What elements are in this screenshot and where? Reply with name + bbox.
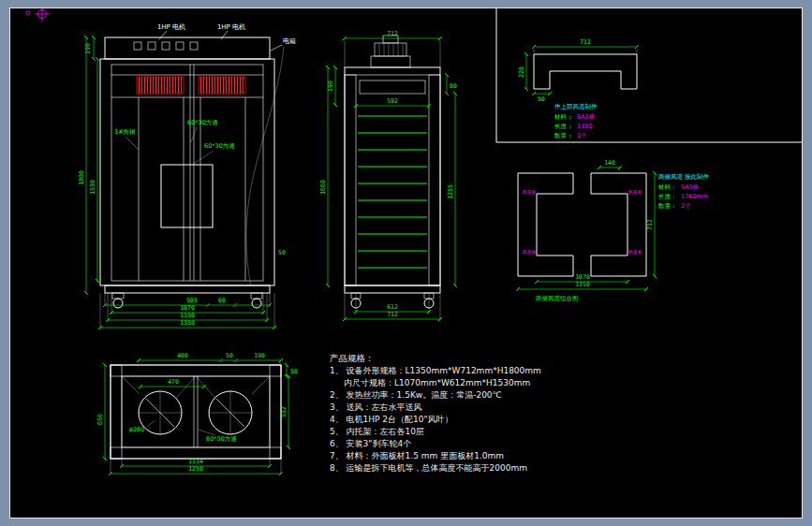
angle-steel-label: 3#角钢 (114, 128, 136, 136)
top-motor (371, 36, 410, 67)
part-label: 风道板 (628, 189, 642, 195)
part-label: 风道板 (628, 249, 642, 255)
dim-inner-height: 1530 (89, 180, 96, 195)
mesh-grille (161, 165, 213, 227)
dim-inner-width: 1070 (180, 304, 195, 312)
spec-line: 2、 发热丝功率：1.5Kw。温度：常温-200℃ (330, 390, 502, 400)
fan-right (209, 391, 252, 434)
dim-top-50-right: 50 (290, 368, 298, 375)
dim-side-gap: 80 (450, 82, 457, 90)
note-material-value: 5A3板 (577, 113, 596, 121)
tube-label: 60*30方通 (206, 435, 237, 443)
cad-drawing: 1HP 电机 1HP 电机 电箱 3#角钢 60* (10, 8, 802, 518)
dim-side-inner-bottom: 612 (387, 303, 398, 311)
spec-line: 5、 内托架：左右各10层 (330, 427, 424, 436)
product-specs: 产品规格： 1、 设备外形规格：L1350mm*W712mm*H1800mm 内… (330, 353, 541, 473)
dim-ducts-inner-width: 1070 (575, 273, 590, 281)
fan-diameter-label: ø260 (129, 426, 144, 433)
spec-line: 3、 送风：左右水平送风 (330, 402, 422, 412)
caster-wheel (252, 299, 261, 308)
note-length-value: 1350 (577, 123, 593, 130)
dim-mid-width: 1150 (180, 312, 195, 319)
note-material-label: 材料： (554, 113, 573, 121)
dim-ducts-gap: 140 (604, 159, 615, 167)
note-title: 作上部风道制作 (554, 103, 598, 110)
dim-side-shelf-zone: 1660 (319, 180, 327, 195)
heater-elements (137, 77, 245, 94)
side-ducts-caption: 两侧风道组合图 (536, 295, 579, 302)
part-label: 风道板 (523, 189, 537, 195)
insulated-wall-right (429, 75, 440, 285)
detail-top-duct: 712 220 90 作上部风道制作 材料： 5A3板 长度： 1350 数量：… (518, 38, 637, 139)
spec-line: 内尺寸规格：L1070mm*W612mm*H1530mm (344, 378, 530, 387)
spec-line: 6、 安装3"刹车轮4个 (330, 439, 411, 448)
dim-ducts-total-width: 1350 (575, 281, 590, 288)
specs-title: 产品规格： (330, 353, 375, 363)
motor-label-left: 1HP 电机 (157, 23, 185, 31)
note-qty-label: 数量： (554, 132, 573, 139)
shelf-rack (358, 116, 427, 268)
note-qty-label: 数量： (657, 202, 677, 210)
dim-base: 50 (278, 249, 286, 256)
dim-total-width: 1350 (180, 319, 195, 327)
part-label: 风道板 (523, 249, 537, 255)
dim-top-400: 400 (177, 352, 188, 359)
detail-side-note: 两侧风道 按此制作 材料： 5A3板 长度： 1760mm 数量： 2个 (657, 173, 710, 210)
tube-label-a: 60*30方通 (187, 119, 218, 126)
fan-left (139, 391, 182, 434)
dim-duct-notch: 90 (538, 95, 545, 103)
osnap-marker-icons (26, 8, 50, 22)
dim-top-532: 532 (280, 406, 288, 417)
dim-top-height: 190 (84, 43, 92, 54)
spec-line: 8、 运输是拆下电机等，总体高度不能高于2000mm (330, 463, 527, 473)
dim-duct-width: 712 (580, 38, 591, 46)
dim-side-total-bottom: 712 (387, 311, 398, 318)
dim-top-190: 190 (254, 352, 265, 359)
note-title: 两侧风道 按此制作 (658, 173, 710, 181)
dim-top-1134: 1134 (188, 458, 203, 465)
detail-side-ducts: 风道板 风道板 风道板 风道板 140 712 1070 1350 两侧风道组合… (518, 159, 710, 302)
note-length-label: 长度： (554, 123, 573, 130)
dim-side-inner-width: 592 (387, 97, 398, 105)
side-view: 712 592 (319, 30, 457, 320)
caster-wheel (113, 299, 123, 308)
top-air-duct (360, 80, 425, 94)
dim-total-height: 1800 (78, 170, 85, 185)
dim-top-50: 50 (226, 352, 233, 359)
note-material-label: 材料： (657, 183, 677, 191)
dim-duct-height: 220 (518, 66, 525, 78)
detail-top-note: 作上部风道制作 材料： 5A3板 长度： 1350 数量： 1个 (554, 103, 598, 139)
dim-seg-505: 505 (186, 297, 198, 304)
note-qty-value: 1个 (577, 132, 587, 139)
dim-side-top-width: 712 (387, 30, 398, 37)
insulated-wall-left (345, 75, 356, 285)
electric-box-label: 电箱 (283, 37, 296, 45)
dim-top-656: 656 (96, 414, 104, 425)
dim-side-right-height: 1255 (447, 184, 454, 199)
spec-line: 4、 电机1HP 2台（配10"风叶） (330, 415, 453, 424)
dim-ducts-height: 712 (646, 219, 654, 230)
note-qty-value: 2个 (681, 202, 691, 210)
dim-seg-60: 60 (218, 297, 226, 304)
dim-top-1250: 1250 (188, 465, 203, 473)
spec-line: 7、 材料：外面板材1.5 mm 里面板材1.0mm (330, 451, 504, 460)
motor-label-right: 1HP 电机 (217, 23, 245, 31)
cad-drawing-canvas: 1HP 电机 1HP 电机 电箱 3#角钢 60* (9, 7, 803, 519)
tube-label-b: 60*30方通 (204, 142, 235, 150)
note-material-value: 5A3板 (681, 183, 700, 191)
top-view: ø260 60*30方通 400 50 190 470 656 50 532 1… (96, 352, 298, 475)
note-length-label: 长度： (658, 193, 677, 200)
note-length-value: 1760mm (681, 193, 708, 200)
panel-divider (496, 8, 802, 142)
front-view: 1HP 电机 1HP 电机 电箱 3#角钢 60* (78, 23, 296, 329)
dim-top-470: 470 (168, 378, 179, 386)
spec-line: 1、 设备外形规格：L1350mm*W712mm*H1800mm (330, 366, 541, 375)
